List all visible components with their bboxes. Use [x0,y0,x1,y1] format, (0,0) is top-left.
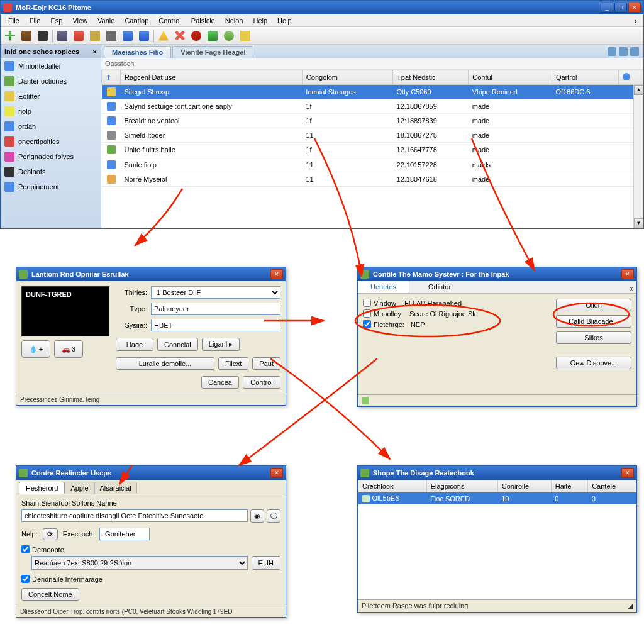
mainfield-btn1[interactable]: ◉ [250,509,264,523]
concelt-button[interactable]: Concelt Nome [21,588,79,601]
sidebar-item-1[interactable]: Danter octiones [1,74,101,89]
dialog4-close[interactable]: ✕ [621,468,634,478]
menu-vanle[interactable]: Vanle [92,16,119,26]
conncial-button[interactable]: Conncial [157,338,198,351]
col-1[interactable]: Ragcenl Dat use [121,70,303,85]
dialog2-tab-more[interactable]: ᵪ [626,281,636,293]
menu-help2[interactable]: Help [272,16,297,26]
tool-star[interactable] [238,29,252,43]
col-elagpicons[interactable]: Elagpicons [426,480,497,492]
paut-button[interactable]: Paut [252,357,280,370]
menu-file[interactable]: File [3,16,25,26]
calld-button[interactable]: Calld Bliacade... [556,315,631,328]
ollon-button[interactable]: Ollon [556,299,631,311]
table-row[interactable]: Sunle fiolp 11 22.10157228 maids [102,157,643,172]
tool-blue1[interactable] [121,29,135,43]
mupoloy-checkbox[interactable] [363,309,371,318]
sidebar-item-6[interactable]: Perignaded foives [1,149,101,164]
dialog3-tab1[interactable]: Hesherord [19,482,65,494]
dialog3-titlebar[interactable]: Contre Realincler Uscps ✕ [16,466,286,480]
sidebar-item-2[interactable]: Eolitter [1,89,101,104]
control-button[interactable]: Control [243,376,280,389]
menu-nelon[interactable]: Nelon [220,16,248,26]
col-cantele[interactable]: Cantele [588,480,636,492]
table-row[interactable]: Breaidtine venteol 1f 12:18897839 made [102,114,643,128]
close-button[interactable]: ✕ [628,3,641,13]
sidebar-close-icon[interactable]: × [93,48,97,55]
tool-book[interactable] [19,29,33,43]
menu-overflow[interactable]: › [631,17,641,25]
tab-icon-1[interactable] [608,47,616,56]
sidebar-item-8[interactable]: Peopinement [1,179,101,194]
table-row[interactable]: Norre Myseiol 11 12.18047618 made [102,172,643,186]
scroll-down-icon[interactable]: ▼ [634,218,643,228]
dialog4-titlebar[interactable]: Shope The Disage Reatecbook ✕ [358,466,636,480]
thiries-select[interactable]: 1 Bosteer DIlF [151,286,280,299]
dialog2-tab2[interactable]: Orlintor [409,281,470,293]
table-row[interactable]: OlL5bES Fioc SORED 10 0 0 [358,492,636,505]
liganl-button[interactable]: Liganl ▸ [202,338,240,351]
sidebar-item-4[interactable]: ordah [1,119,101,134]
oew-button[interactable]: Oew Dispove... [556,357,631,369]
combo-btn[interactable]: E .IH [252,556,280,570]
data-grid[interactable]: ⬆Ragcenl Dat useCongolomTpat NedsticCont… [101,70,643,228]
filext-button[interactable]: Filext [218,357,248,370]
dialog2-titlebar[interactable]: Contile The Mamo Systevr : For the Inpak… [358,267,636,281]
tool-red[interactable] [72,29,86,43]
dialog3-tab3[interactable]: Alsaraicial [94,482,137,494]
tool-disk[interactable] [55,29,69,43]
mainfield-input[interactable] [21,509,248,522]
menu-file2[interactable]: File [25,16,46,26]
tool-blue2[interactable] [137,29,151,43]
exec-input[interactable] [99,528,150,540]
col-2[interactable]: Congolom [302,70,392,85]
tool-cross[interactable] [173,29,187,43]
luraile-button[interactable]: Luraile demoile... [116,357,214,370]
dialog3-tab2[interactable]: Apple [65,482,94,494]
col-crechlook[interactable]: Crechlook [358,480,427,492]
iconbtn-drop[interactable]: 💧+ [21,340,50,358]
hage-button[interactable]: Hage [116,338,153,351]
menu-control[interactable]: Control [153,16,186,26]
table-row[interactable]: Unite fiultrs baile 1f 12.16647778 made [102,143,643,157]
sidebar-item-7[interactable]: Debinofs [1,164,101,179]
cancea-button[interactable]: Cancea [201,376,239,389]
tool-action2[interactable] [104,29,118,43]
scrollbar[interactable]: ▲ ▼ [633,85,643,228]
dialog3-close[interactable]: ✕ [270,468,283,478]
dialog1-close[interactable]: ✕ [270,269,283,279]
tab-icon-3[interactable] [630,47,639,56]
tool-green[interactable] [206,29,219,43]
resize-grip-icon[interactable]: ◢ [628,602,633,610]
tool-warn[interactable] [157,29,170,43]
col-haite[interactable]: Haite [551,480,587,492]
tab-2[interactable]: Vienile Fage Heagel [172,46,253,58]
sidebar-item-0[interactable]: Miniontedaller [1,58,101,74]
dialog1-titlebar[interactable]: Lantiom Rnd Opniiar Esrullak ✕ [16,267,286,281]
tab-1[interactable]: Maeiashes Filio [104,46,171,58]
col-5[interactable]: Qartrol [552,70,618,85]
dendnaile-checkbox[interactable] [21,575,30,583]
tool-phone[interactable] [36,29,50,43]
scroll-up-icon[interactable]: ▲ [634,85,643,95]
menu-help[interactable]: Help [248,16,272,26]
table-row[interactable]: Sitegal Shrosp Inenial Streagos Otly C50… [102,85,643,99]
sysile-input[interactable] [151,319,280,331]
maximize-button[interactable]: □ [614,3,627,13]
tool-add[interactable] [3,29,17,43]
menu-paisicle[interactable]: Paisicle [186,16,220,26]
tool-shield[interactable] [189,29,203,43]
menu-view[interactable]: View [67,16,92,26]
col-3[interactable]: Tpat Nedstic [393,70,469,85]
table-row[interactable]: Salynd sectuige :ont.cart one aaply 1f 1… [102,99,643,114]
tool-action1[interactable] [88,29,102,43]
menu-cantiop[interactable]: Cantiop [119,16,153,26]
table-row[interactable]: Simeld Itoder 11 18.10867275 made [102,128,643,143]
tool-refresh[interactable] [222,29,236,43]
dialog2-tab1[interactable]: Uenetes [358,281,409,293]
silkes-button[interactable]: Silkes [556,331,631,344]
nelp-button[interactable]: ⟳ [43,528,58,540]
vindow-checkbox[interactable] [363,299,371,307]
menu-esp[interactable]: Esp [45,16,67,26]
sidebar-item-5[interactable]: oneertipoities [1,134,101,149]
